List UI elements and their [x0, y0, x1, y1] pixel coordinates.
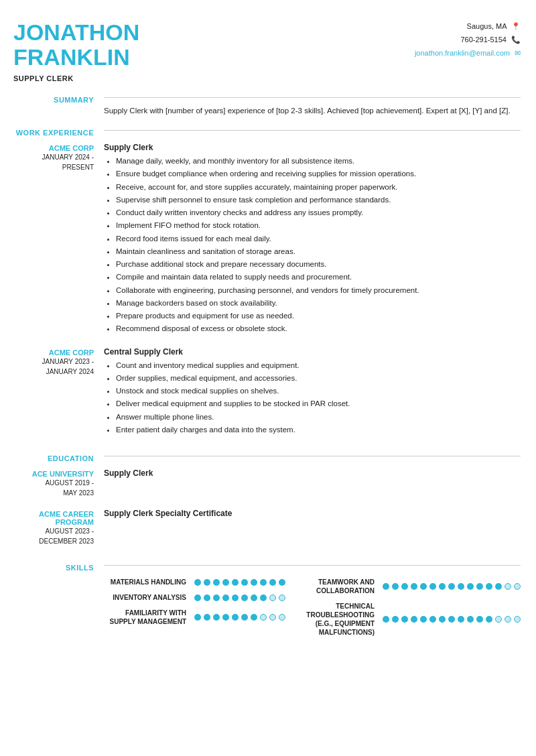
skills-header: SKILLS	[13, 562, 521, 572]
edu-item-1: ACE UNIVERSITY AUGUST 2019 -MAY 2023 Sup…	[13, 468, 521, 498]
phone: 760-291-5154	[460, 36, 507, 44]
dot	[495, 583, 502, 590]
skill-dots-familiarity	[194, 614, 285, 621]
dot	[458, 583, 464, 590]
dot	[448, 583, 455, 590]
dot	[260, 579, 267, 586]
dot	[260, 594, 267, 601]
skill-name-technical: TECHNICAL TROUBLESHOOTING (E.G., EQUIPME…	[292, 602, 383, 637]
dot	[213, 579, 220, 586]
skill-name-materials: MATERIALS HANDLING	[104, 578, 194, 586]
dot	[241, 579, 248, 586]
skills-divider-block	[104, 562, 521, 572]
job-2-right: Central Supply Clerk Count and inventory…	[104, 347, 521, 438]
last-name: FRANKLIN	[13, 44, 130, 70]
skills-grid-wrapper: MATERIALS HANDLING	[104, 578, 521, 643]
edu-2-org: ACME CAREERPROGRAM	[13, 510, 104, 526]
edu-label-block: EDUCATION	[13, 453, 104, 463]
list-item: Manage daily, weekly, and monthly invent…	[116, 155, 521, 167]
skill-name-inventory: INVENTORY ANALYSIS	[104, 593, 194, 602]
skills-content: MATERIALS HANDLING	[13, 578, 521, 643]
edu-2-left: ACME CAREERPROGRAM AUGUST 2023 -DECEMBER…	[13, 509, 104, 546]
summary-divider	[104, 97, 521, 98]
dot	[222, 614, 229, 621]
dot	[251, 614, 257, 621]
list-item: Deliver medical equipment and supplies t…	[116, 398, 521, 410]
email-line: jonathon.franklin@email.com ✉	[415, 47, 521, 60]
job-2: ACME CORP JANUARY 2023 -JANUARY 2024 Cen…	[13, 347, 521, 438]
job-1-left: ACME CORP JANUARY 2024 -PRESENT	[13, 143, 104, 336]
dot	[467, 616, 474, 623]
skills-divider	[104, 565, 521, 566]
dot	[232, 579, 239, 586]
skills-label: SKILLS	[13, 564, 104, 572]
dot	[241, 614, 248, 621]
skill-technical: TECHNICAL TROUBLESHOOTING (E.G., EQUIPME…	[292, 602, 521, 637]
skill-familiarity: FAMILIARITY WITHSUPPLY MANAGEMENT	[104, 609, 285, 626]
list-item: Purchase additional stock and prepare ne…	[116, 259, 521, 270]
list-item: Record food items issued for each meal d…	[116, 233, 521, 245]
list-item: Count and inventory medical supplies and…	[116, 360, 521, 371]
location-icon: 📍	[511, 22, 521, 30]
dot	[222, 579, 229, 586]
skill-name-familiarity: FAMILIARITY WITHSUPPLY MANAGEMENT	[104, 609, 194, 626]
dot	[476, 583, 483, 590]
work-label-block: WORK EXPERIENCE	[13, 127, 104, 137]
dot	[194, 594, 201, 601]
skills-label-block: SKILLS	[13, 562, 104, 572]
skills-grid: MATERIALS HANDLING	[104, 578, 521, 643]
job-2-org: ACME CORP	[13, 349, 104, 357]
list-item: Ensure budget compliance when ordering a…	[116, 168, 521, 180]
work-experience-header: WORK EXPERIENCE	[13, 127, 521, 137]
job-1-org: ACME CORP	[13, 144, 104, 152]
dot	[420, 583, 427, 590]
dot	[232, 614, 239, 621]
dot	[401, 583, 408, 590]
dot	[260, 614, 267, 621]
skills-left-col: MATERIALS HANDLING	[104, 578, 285, 643]
job-2-left: ACME CORP JANUARY 2023 -JANUARY 2024	[13, 347, 104, 438]
dot	[439, 583, 446, 590]
skill-dots-teamwork	[383, 583, 521, 590]
contact-block: Saugus, MA 📍 760-291-5154 📞 jonathon.fra…	[415, 20, 521, 60]
dot	[213, 594, 220, 601]
list-item: Implement FIFO method for stock rotation…	[116, 220, 521, 231]
dot	[411, 616, 417, 623]
dot	[420, 616, 427, 623]
list-item: Unstock and stock medical supplies on sh…	[116, 385, 521, 397]
list-item: Compile and maintain data related to sup…	[116, 271, 521, 283]
candidate-name: JONATHON FRANKLIN	[13, 20, 139, 70]
dot	[439, 616, 446, 623]
education-label: EDUCATION	[13, 454, 104, 462]
edu-1-title: Supply Clerk	[104, 468, 521, 478]
skill-materials-handling: MATERIALS HANDLING	[104, 578, 285, 586]
dot	[429, 616, 436, 623]
email[interactable]: jonathon.franklin@email.com	[415, 49, 510, 57]
summary-label: SUMMARY	[13, 96, 104, 104]
resume-container: JONATHON FRANKLIN SUPPLY CLERK Saugus, M…	[0, 0, 536, 756]
skill-name-teamwork: TEAMWORK AND COLLABORATION	[292, 578, 383, 595]
job-2-title: Central Supply Clerk	[104, 347, 521, 357]
dot	[458, 616, 464, 623]
dot	[213, 614, 220, 621]
dot	[514, 583, 521, 590]
list-item: Recommend disposal of excess or obsolete…	[116, 323, 521, 334]
edu-1-left: ACE UNIVERSITY AUGUST 2019 -MAY 2023	[13, 468, 104, 498]
skills-right-col: TEAMWORK AND COLLABORATION	[292, 578, 521, 643]
dot	[194, 614, 201, 621]
dot	[204, 614, 210, 621]
list-item: Prepare products and equipment for use a…	[116, 310, 521, 322]
dot	[194, 579, 201, 586]
dot	[514, 616, 521, 623]
edu-1-dates: AUGUST 2019 -MAY 2023	[13, 478, 104, 498]
dot	[505, 616, 511, 623]
summary-text: Supply Clerk with [number of years] expe…	[104, 105, 521, 117]
list-item: Enter patient daily charges and data int…	[116, 424, 521, 436]
dot	[251, 594, 257, 601]
location-line: Saugus, MA 📍	[415, 20, 521, 34]
edu-item-2: ACME CAREERPROGRAM AUGUST 2023 -DECEMBER…	[13, 509, 521, 546]
edu-2-right: Supply Clerk Specialty Certificate	[104, 509, 521, 546]
dot	[279, 594, 285, 601]
dot	[411, 583, 417, 590]
dot	[269, 594, 276, 601]
